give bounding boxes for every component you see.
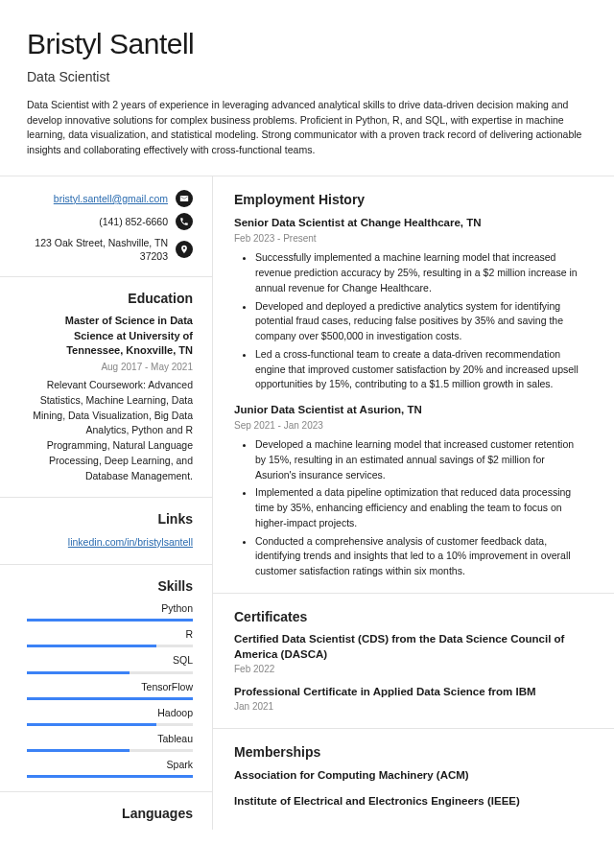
skill-bar <box>27 697 193 700</box>
memberships-heading: Memberships <box>234 742 587 762</box>
job-title: Data Scientist <box>27 67 587 86</box>
job-position: Junior Data Scientist at Asurion, TN <box>234 402 587 418</box>
languages-section: Languages <box>0 791 212 823</box>
phone-icon <box>176 213 193 230</box>
education-dates: Aug 2017 - May 2021 <box>27 361 193 375</box>
membership-entry: Institute of Electrical and Electronics … <box>234 793 587 809</box>
certificate-date: Feb 2022 <box>234 663 587 677</box>
job-position: Senior Data Scientist at Change Healthca… <box>234 215 587 231</box>
languages-heading: Languages <box>27 804 193 823</box>
job-bullet: Developed and deployed a predictive anal… <box>255 299 587 344</box>
employment-section: Employment History Senior Data Scientist… <box>213 190 614 579</box>
skills-heading: Skills <box>27 576 193 596</box>
email-link[interactable]: bristyl.santell@gmail.com <box>54 193 168 204</box>
certificates-heading: Certificates <box>234 607 587 626</box>
certificate-entry: Certified Data Scientist (CDS) from the … <box>234 632 587 677</box>
certificate-date: Jan 2021 <box>234 700 587 715</box>
skill-name: Tableau <box>27 732 193 746</box>
skill-bar <box>27 775 193 778</box>
job-bullet: Implemented a data pipeline optimization… <box>255 485 587 530</box>
certificate-title: Professional Certificate in Applied Data… <box>234 685 587 700</box>
skill-bar <box>27 645 193 647</box>
skill-item: TensorFlow <box>27 680 193 700</box>
memberships-section: Memberships Association for Computing Ma… <box>213 728 614 809</box>
skill-bar <box>27 749 193 752</box>
skill-bar <box>27 723 193 726</box>
skill-item: SQL <box>27 653 193 673</box>
sidebar: bristyl.santell@gmail.com (141) 852-6660… <box>0 176 213 830</box>
skill-name: Spark <box>27 758 193 772</box>
skill-bar <box>27 671 193 674</box>
linkedin-link[interactable]: linkedin.com/in/bristylsantell <box>68 536 193 548</box>
skill-name: SQL <box>27 653 193 668</box>
employment-heading: Employment History <box>234 190 587 209</box>
skill-bar <box>27 619 193 622</box>
job-bullet: Successfully implemented a machine learn… <box>255 250 587 295</box>
main-column: Employment History Senior Data Scientist… <box>213 176 614 830</box>
job-dates: Sep 2021 - Jan 2023 <box>234 419 587 434</box>
job-bullet: Led a cross-functional team to create a … <box>255 347 587 392</box>
certificate-entry: Professional Certificate in Applied Data… <box>234 685 587 715</box>
address-text: 123 Oak Street, Nashville, TN 37203 <box>27 236 168 263</box>
contact-address-row: 123 Oak Street, Nashville, TN 37203 <box>27 236 193 263</box>
email-icon <box>176 190 193 207</box>
person-name: Bristyl Santell <box>27 23 587 65</box>
phone-text: (141) 852-6660 <box>99 215 168 228</box>
links-heading: Links <box>27 509 193 528</box>
links-section: Links linkedin.com/in/bristylsantell <box>0 497 212 550</box>
contact-email-row: bristyl.santell@gmail.com <box>27 190 193 207</box>
job-dates: Feb 2023 - Present <box>234 232 587 246</box>
skill-item: Spark <box>27 758 193 778</box>
job-bullet: Conducted a comprehensive analysis of cu… <box>255 534 587 579</box>
skill-item: Tableau <box>27 732 193 752</box>
skill-item: Hadoop <box>27 706 193 726</box>
skill-name: TensorFlow <box>27 680 193 694</box>
skill-name: R <box>27 627 193 642</box>
skill-item: Python <box>27 601 193 622</box>
job-bullet: Developed a machine learning model that … <box>255 437 587 482</box>
skills-section: Skills PythonRSQLTensorFlowHadoopTableau… <box>0 564 212 779</box>
membership-entry: Association for Computing Machinery (ACM… <box>234 767 587 784</box>
education-heading: Education <box>27 289 193 308</box>
certificates-section: Certificates Certified Data Scientist (C… <box>213 593 614 715</box>
contact-phone-row: (141) 852-6660 <box>27 213 193 230</box>
summary-text: Data Scientist with 2 years of experienc… <box>27 98 587 158</box>
job-entry: Senior Data Scientist at Change Healthca… <box>234 215 587 392</box>
education-body: Relevant Coursework: Advanced Statistics… <box>27 378 193 483</box>
education-degree: Master of Science in Data Science at Uni… <box>27 314 193 358</box>
skill-name: Hadoop <box>27 706 193 720</box>
skill-item: R <box>27 627 193 647</box>
location-icon <box>176 241 193 258</box>
job-entry: Junior Data Scientist at Asurion, TNSep … <box>234 402 587 579</box>
skill-name: Python <box>27 601 193 616</box>
education-section: Education Master of Science in Data Scie… <box>0 276 212 483</box>
certificate-title: Certified Data Scientist (CDS) from the … <box>234 632 587 662</box>
